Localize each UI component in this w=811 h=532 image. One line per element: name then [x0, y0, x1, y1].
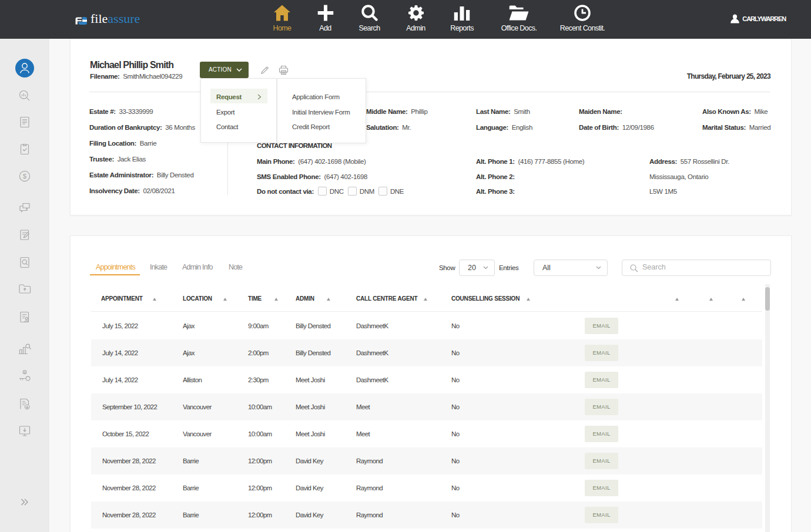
svg-text:$: $: [23, 173, 27, 180]
svg-text:$: $: [24, 371, 25, 374]
